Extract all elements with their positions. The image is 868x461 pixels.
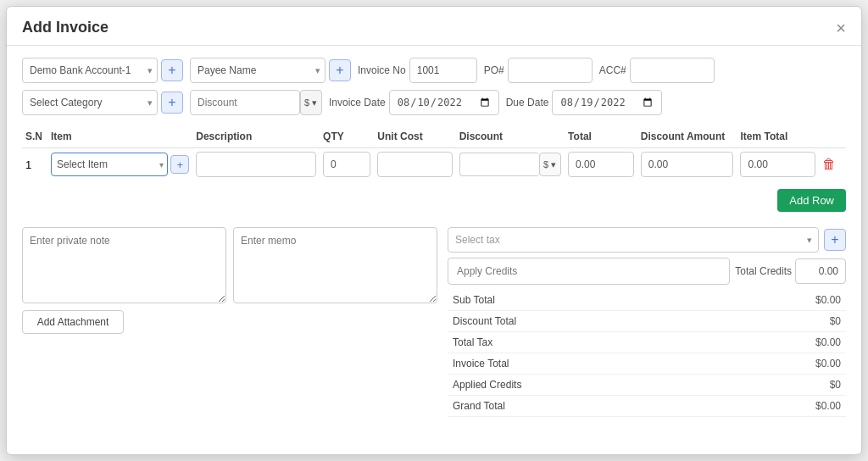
category-select[interactable]: Select Category (22, 90, 158, 115)
acc-group: ACC# (599, 58, 715, 83)
memo-textarea[interactable] (233, 227, 437, 303)
credits-row: Apply Credits Total Credits (448, 258, 846, 285)
summary-label: Sub Total (448, 290, 722, 311)
summary-row: Total Tax $0.00 (448, 332, 846, 353)
notes-row (22, 227, 437, 303)
summary-row: Grand Total $0.00 (448, 396, 846, 417)
summary-label: Total Tax (448, 332, 722, 353)
summary-value: $0.00 (722, 396, 846, 417)
col-sn: S.N (22, 125, 47, 148)
invoice-no-label: Invoice No (358, 64, 406, 76)
add-item-button[interactable]: + (170, 155, 189, 174)
modal-body: Demo Bank Account-1 + Payee Name + Invoi… (7, 46, 861, 429)
invoice-no-group: Invoice No (358, 58, 477, 83)
payee-name-select-container: Payee Name (190, 58, 326, 83)
row-delete: 🗑 (819, 148, 846, 181)
description-input[interactable] (196, 152, 316, 177)
bank-account-select-container: Demo Bank Account-1 (22, 58, 158, 83)
summary-value: $0 (722, 375, 846, 396)
discount-top-input[interactable] (190, 90, 300, 115)
left-bottom: Add Attachment (22, 227, 437, 417)
invoice-date-input[interactable] (389, 90, 499, 115)
total-credits-label: Total Credits (735, 265, 792, 277)
total-credits-input[interactable] (795, 258, 846, 284)
col-action (819, 125, 846, 148)
add-tax-button[interactable]: + (824, 229, 846, 251)
category-select-container: Select Category (22, 90, 158, 115)
add-category-button[interactable]: + (161, 92, 183, 114)
item-total-input[interactable] (740, 152, 815, 177)
col-total: Total (565, 125, 637, 148)
table-header-row: S.N Item Description QTY Unit Cost Disco… (22, 125, 846, 148)
item-select[interactable]: Select Item (51, 153, 168, 176)
right-bottom: Select tax + Apply Credits Total Credits… (448, 227, 846, 417)
summary-row: Applied Credits $0 (448, 375, 846, 396)
private-note-textarea[interactable] (22, 227, 226, 303)
payee-name-select[interactable]: Payee Name (190, 58, 326, 83)
row-item-total (737, 148, 818, 181)
discount-top-container: $ ▾ (190, 90, 322, 115)
category-wrapper: Select Category + (22, 90, 183, 115)
row-sn: 1 (22, 148, 47, 181)
invoice-date-label: Invoice Date (329, 97, 386, 108)
po-label: PO# (484, 64, 504, 76)
discount-amount-input[interactable] (641, 152, 734, 177)
row-unit-cost (374, 148, 455, 181)
total-input[interactable] (568, 152, 634, 177)
po-group: PO# (484, 58, 593, 83)
bank-account-select[interactable]: Demo Bank Account-1 (22, 58, 158, 83)
discount-input[interactable] (459, 153, 539, 176)
unit-cost-input[interactable] (377, 152, 452, 177)
col-item-total: Item Total (737, 125, 818, 148)
summary-value: $0 (722, 311, 846, 332)
tax-select-container: Select tax (448, 227, 819, 253)
due-date-label: Due Date (506, 97, 549, 108)
due-date-group: Due Date (506, 90, 663, 115)
summary-table: Sub Total $0.00 Discount Total $0 Total … (448, 290, 846, 417)
qty-input[interactable] (323, 152, 370, 177)
delete-row-button[interactable]: 🗑 (822, 157, 836, 172)
tax-select[interactable]: Select tax (448, 227, 819, 253)
col-item: Item (47, 125, 192, 148)
top-row-2: Select Category + $ ▾ Invoice Date Due D… (22, 90, 846, 115)
row-description (192, 148, 320, 181)
invoice-table: S.N Item Description QTY Unit Cost Disco… (22, 125, 846, 181)
summary-value: $0.00 (722, 332, 846, 353)
col-qty: QTY (320, 125, 374, 148)
top-row-1: Demo Bank Account-1 + Payee Name + Invoi… (22, 58, 846, 83)
col-description: Description (192, 125, 320, 148)
due-date-input[interactable] (552, 90, 662, 115)
summary-label: Discount Total (448, 311, 722, 332)
summary-value: $0.00 (722, 353, 846, 375)
summary-label: Grand Total (448, 396, 722, 417)
add-attachment-button[interactable]: Add Attachment (22, 310, 124, 334)
row-discount: $ ▾ (456, 148, 565, 181)
add-invoice-modal: Add Invoice × Demo Bank Account-1 + Paye… (6, 6, 862, 455)
acc-input[interactable] (630, 58, 715, 83)
summary-row: Invoice Total $0.00 (448, 353, 846, 375)
summary-label: Applied Credits (448, 375, 722, 396)
add-payee-button[interactable]: + (329, 59, 351, 81)
invoice-date-group: Invoice Date (329, 90, 499, 115)
close-button[interactable]: × (836, 19, 846, 36)
acc-label: ACC# (599, 64, 626, 76)
apply-credits-button[interactable]: Apply Credits (448, 258, 730, 285)
total-credits-group: Total Credits (735, 258, 846, 284)
row-item: Select Item ▾ + (47, 148, 192, 181)
summary-row: Discount Total $0 (448, 311, 846, 332)
invoice-no-input[interactable] (409, 58, 477, 83)
row-qty (320, 148, 374, 181)
add-bank-account-button[interactable]: + (161, 59, 183, 81)
po-input[interactable] (508, 58, 593, 83)
summary-value: $0.00 (722, 290, 846, 311)
discount-type-select[interactable]: $ ▾ (539, 153, 561, 176)
col-discount: Discount (456, 125, 565, 148)
payee-name-wrapper: Payee Name + (190, 58, 351, 83)
row-discount-amount (637, 148, 737, 181)
discount-type-select[interactable]: $ ▾ (300, 90, 322, 115)
table-row: 1 Select Item ▾ + (22, 148, 846, 181)
bottom-section: Add Attachment Select tax + Apply Credit… (22, 227, 846, 417)
add-row-button[interactable]: Add Row (777, 189, 846, 212)
row-total (565, 148, 637, 181)
summary-label: Invoice Total (448, 353, 722, 375)
